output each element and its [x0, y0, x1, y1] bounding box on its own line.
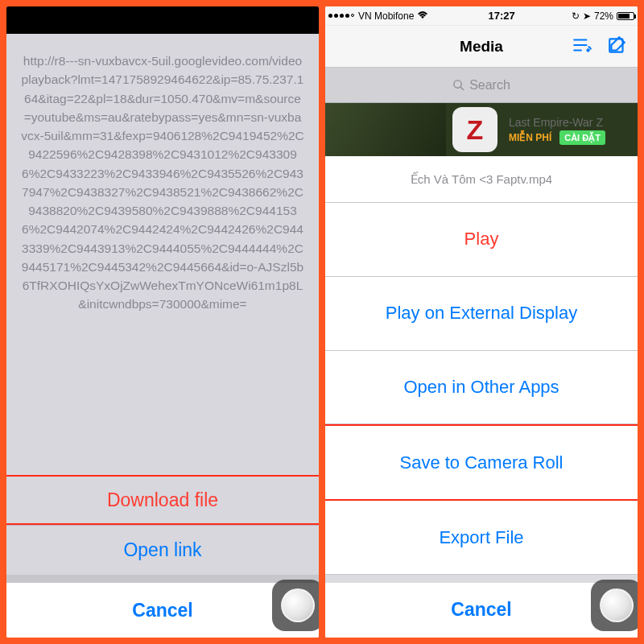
action-sheet: Ếch Và Tôm <3 Faptv.mp4 Play Play on Ext…	[325, 156, 638, 638]
battery-percent: 72%	[594, 10, 613, 22]
assistive-ring	[600, 588, 634, 622]
url-text: http://r8---sn-vuxbavcx-5uil.googlevideo…	[21, 54, 304, 311]
ad-app-icon: Z	[452, 107, 497, 152]
svg-point-2	[454, 80, 461, 88]
cancel-label: Cancel	[132, 600, 192, 621]
open-link-button[interactable]: Open link	[6, 525, 319, 575]
compose-icon[interactable]	[607, 35, 628, 59]
open-other-apps-button[interactable]: Open in Other Apps	[325, 351, 638, 425]
search-input[interactable]: Search	[325, 68, 638, 103]
ad-free-label: MIỄN PHÍ	[509, 132, 551, 143]
save-roll-label: Save to Camera Roll	[400, 452, 564, 473]
signal-dots-icon	[328, 14, 354, 18]
search-placeholder: Search	[469, 78, 510, 93]
play-external-label: Play on External Display	[386, 303, 577, 324]
location-icon: ➤	[583, 10, 591, 22]
ad-text: Last Empire-War Z MIỄN PHÍ CÀI ĐẶT	[504, 112, 610, 148]
assistive-touch-icon[interactable]	[272, 580, 319, 631]
play-label: Play	[464, 229, 499, 250]
ad-install-button[interactable]: CÀI ĐẶT	[559, 130, 605, 145]
sheet-gap	[325, 575, 638, 583]
search-icon	[452, 79, 464, 91]
wifi-icon	[417, 10, 428, 22]
ad-title: Last Empire-War Z	[509, 115, 605, 130]
svg-point-0	[586, 48, 589, 52]
time-label: 17:27	[431, 10, 572, 22]
ad-artwork	[325, 103, 446, 156]
status-right: ↻ ➤ 72%	[572, 10, 634, 22]
export-file-button[interactable]: Export File	[325, 501, 638, 575]
assistive-ring	[281, 588, 315, 622]
ad-icon-letter: Z	[467, 114, 484, 146]
cancel-button-right[interactable]: Cancel	[325, 583, 638, 638]
url-text-block: http://r8---sn-vuxbavcx-5uil.googlevideo…	[6, 34, 319, 475]
sheet-separator	[6, 575, 319, 583]
file-name-label: Ếch Và Tôm <3 Faptv.mp4	[325, 156, 638, 203]
right-screenshot: VN Mobifone 17:27 ↻ ➤ 72% Media Search	[325, 6, 638, 638]
open-link-label: Open link	[123, 539, 201, 561]
page-title: Media	[460, 38, 503, 56]
battery-icon	[617, 12, 634, 20]
carrier-label: VN Mobifone	[358, 10, 414, 22]
assistive-touch-icon-right[interactable]	[591, 580, 638, 631]
refresh-icon: ↻	[572, 10, 580, 22]
download-label: Download file	[107, 489, 218, 511]
play-button[interactable]: Play	[325, 203, 638, 277]
open-apps-label: Open in Other Apps	[403, 377, 559, 398]
ad-banner[interactable]: Z Last Empire-War Z MIỄN PHÍ CÀI ĐẶT	[325, 103, 638, 156]
download-file-button[interactable]: Download file	[6, 475, 319, 525]
export-label: Export File	[439, 527, 523, 548]
cancel-label-right: Cancel	[451, 599, 511, 621]
nav-right-actions	[572, 35, 628, 59]
status-blackbar	[6, 6, 319, 34]
status-bar: VN Mobifone 17:27 ↻ ➤ 72%	[325, 6, 638, 26]
left-screenshot: http://r8---sn-vuxbavcx-5uil.googlevideo…	[6, 6, 319, 638]
navigation-bar: Media	[325, 26, 638, 68]
playlist-icon[interactable]	[572, 35, 592, 59]
save-camera-roll-button[interactable]: Save to Camera Roll	[325, 424, 638, 501]
cancel-button-left[interactable]: Cancel	[6, 583, 319, 638]
play-external-button[interactable]: Play on External Display	[325, 277, 638, 351]
